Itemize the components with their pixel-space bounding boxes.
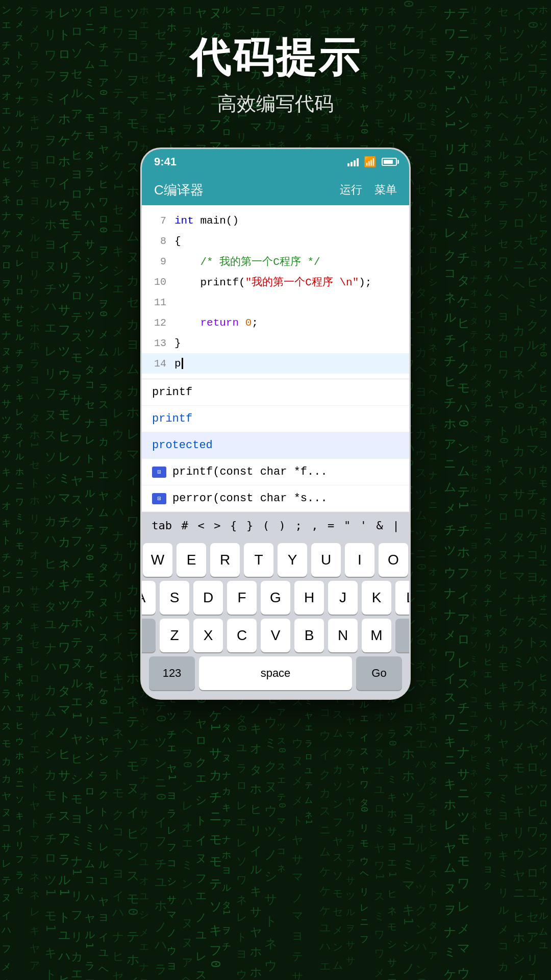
func-icon-4: ⊡ (152, 493, 166, 504)
line-number-9: 9 (146, 256, 166, 267)
code-content-14: p (174, 358, 405, 370)
line-number-10: 10 (146, 276, 166, 288)
key-S[interactable]: S (160, 581, 189, 615)
extra-key-comma[interactable]: , (307, 516, 322, 535)
menu-button[interactable]: 菜单 (374, 182, 397, 198)
status-bar: 9:41 📶 (142, 149, 409, 175)
code-line-7: 7 int main() (142, 210, 409, 231)
header-subtitle: 高效编写代码 (190, 91, 361, 117)
keyboard-row-2: A S D F G H J K L (146, 581, 405, 615)
extra-key-lt[interactable]: < (193, 516, 208, 535)
key-T[interactable]: T (244, 543, 273, 577)
phone-mockup: 9:41 📶 C编译器 运行 菜单 (140, 148, 411, 700)
extra-key-squote[interactable]: ' (356, 516, 371, 535)
key-E[interactable]: E (177, 543, 206, 577)
extra-key-semicolon[interactable]: ; (291, 516, 306, 535)
extra-key-lparen[interactable]: ( (259, 516, 273, 535)
wifi-icon: 📶 (364, 156, 377, 168)
autocomplete-item-0[interactable]: printf (142, 379, 409, 406)
autocomplete-item-4[interactable]: ⊡ perror(const char *s... (142, 485, 409, 512)
code-line-12: 12 return 0; (142, 312, 409, 333)
key-A[interactable]: A (140, 581, 156, 615)
autocomplete-dropdown[interactable]: printf printf protected ⊡ printf(const c… (142, 379, 409, 512)
signal-icon (347, 157, 359, 166)
extra-key-pipe[interactable]: | (388, 516, 403, 535)
run-button[interactable]: 运行 (340, 182, 362, 198)
code-content-9: /* 我的第一个C程序 */ (174, 254, 405, 268)
key-M[interactable]: M (362, 619, 391, 652)
key-R[interactable]: R (210, 543, 240, 577)
code-content-13: } (174, 337, 405, 349)
battery-icon (382, 158, 397, 166)
func-icon-3: ⊡ (152, 467, 166, 478)
code-content-12: return 0; (174, 317, 405, 329)
autocomplete-item-2[interactable]: protected (142, 432, 409, 459)
code-line-8: 8 { (142, 231, 409, 251)
extra-key-rparen[interactable]: ) (275, 516, 290, 535)
page-content: 代码提示 高效编写代码 9:41 📶 C编译器 (0, 0, 551, 980)
extra-key-lbrace[interactable]: { (226, 516, 241, 535)
code-lines: 7 int main() 8 { 9 /* 我的第一个C程序 */ (142, 205, 409, 379)
autocomplete-item-1[interactable]: printf (142, 406, 409, 432)
code-content-7: int main() (174, 215, 405, 227)
key-C[interactable]: C (227, 619, 257, 652)
extra-key-gt[interactable]: > (210, 516, 224, 535)
line-number-13: 13 (146, 337, 166, 349)
keyboard-row-4: 123 space Go (146, 656, 405, 690)
key-W[interactable]: W (143, 543, 172, 577)
app-toolbar: C编译器 运行 菜单 (142, 175, 409, 205)
keyboard-row-3: ⬆ Z X C V B N M ⌫ (146, 619, 405, 652)
line-number-7: 7 (146, 215, 166, 227)
keyboard: Q W E R T Y U I O P A S D F G H J K (142, 539, 409, 698)
extra-key-dquote[interactable]: " (340, 516, 355, 535)
toolbar-actions: 运行 菜单 (340, 182, 397, 198)
key-I[interactable]: I (345, 543, 374, 577)
key-L[interactable]: L (395, 581, 411, 615)
line-number-8: 8 (146, 235, 166, 247)
key-U[interactable]: U (311, 543, 341, 577)
status-icons: 📶 (347, 156, 397, 168)
keyboard-row-1: Q W E R T Y U I O P (146, 543, 405, 577)
key-Y[interactable]: Y (278, 543, 307, 577)
extra-key-amp[interactable]: & (372, 516, 387, 535)
line-number-14: 14 (146, 358, 166, 370)
code-editor[interactable]: 7 int main() 8 { 9 /* 我的第一个C程序 */ (142, 205, 409, 512)
autocomplete-label-2: protected (152, 439, 213, 452)
key-D[interactable]: D (193, 581, 223, 615)
extra-key-hash[interactable]: # (178, 516, 192, 535)
key-O[interactable]: O (379, 543, 408, 577)
extra-key-tab[interactable]: tab (147, 516, 176, 535)
key-N[interactable]: N (328, 619, 358, 652)
code-line-11: 11 (142, 292, 409, 312)
key-J[interactable]: J (328, 581, 358, 615)
key-B[interactable]: B (294, 619, 324, 652)
autocomplete-label-3: printf(const char *f... (172, 465, 328, 478)
code-content-8: { (174, 235, 405, 247)
extra-key-equals[interactable]: = (323, 516, 338, 535)
key-F[interactable]: F (227, 581, 257, 615)
space-key[interactable]: space (199, 656, 352, 690)
header-title: 代码提示 (190, 31, 361, 86)
extra-key-rbrace[interactable]: } (242, 516, 257, 535)
code-line-14: 14 p (142, 353, 409, 374)
autocomplete-label-1: printf (152, 412, 192, 425)
code-content-10: printf("我的第一个C程序 \n"); (174, 275, 405, 289)
key-K[interactable]: K (362, 581, 391, 615)
key-G[interactable]: G (261, 581, 290, 615)
go-key[interactable]: Go (356, 656, 402, 690)
header-section: 代码提示 高效编写代码 (190, 31, 361, 117)
code-line-13: 13 } (142, 333, 409, 353)
delete-key[interactable]: ⌫ (395, 619, 411, 652)
line-number-12: 12 (146, 317, 166, 329)
extra-keys-row: tab # < > { } ( ) ; , = " ' & | (142, 512, 409, 539)
key-V[interactable]: V (261, 619, 290, 652)
shift-key[interactable]: ⬆ (140, 619, 156, 652)
key-Z[interactable]: Z (160, 619, 189, 652)
code-content-11 (174, 297, 405, 308)
code-line-9: 9 /* 我的第一个C程序 */ (142, 251, 409, 272)
autocomplete-item-3[interactable]: ⊡ printf(const char *f... (142, 459, 409, 485)
key-H[interactable]: H (294, 581, 324, 615)
numbers-key[interactable]: 123 (149, 656, 195, 690)
key-X[interactable]: X (193, 619, 223, 652)
line-number-11: 11 (146, 297, 166, 308)
